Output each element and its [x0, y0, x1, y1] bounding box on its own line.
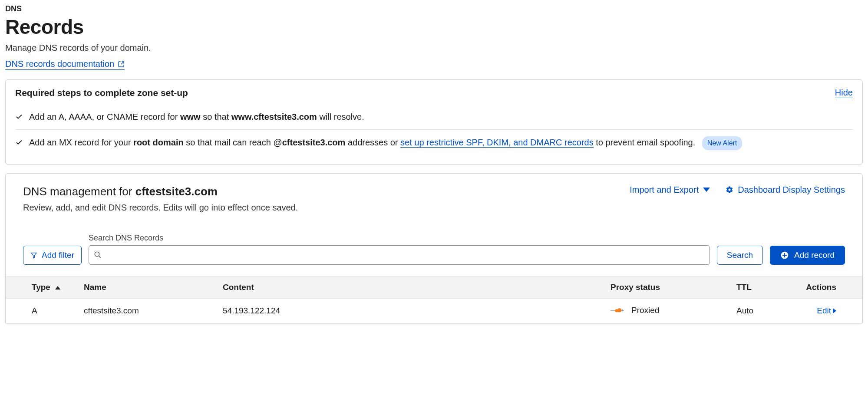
search-input[interactable]	[89, 245, 710, 265]
setup-step-www: Add an A, AAAA, or CNAME record for www …	[15, 104, 853, 129]
table-row: A cftestsite3.com 54.193.122.124 Proxied	[6, 298, 862, 323]
cloud-proxied-icon	[611, 306, 625, 314]
cell-content: 54.193.122.124	[218, 298, 606, 323]
col-actions: Actions	[793, 276, 862, 298]
cell-name: cftestsite3.com	[79, 298, 218, 323]
new-alert-badge: New Alert	[702, 136, 742, 150]
col-type[interactable]: Type	[6, 276, 79, 298]
svg-marker-0	[31, 253, 36, 258]
search-label: Search DNS Records	[89, 234, 710, 243]
cell-type: A	[6, 298, 79, 323]
dns-management-panel: DNS management for cftestsite3.com Revie…	[5, 173, 863, 324]
breadcrumb: DNS	[5, 4, 863, 13]
search-button[interactable]: Search	[717, 246, 763, 265]
col-name[interactable]: Name	[79, 276, 218, 298]
svg-line-2	[99, 256, 101, 258]
filter-icon	[30, 252, 37, 259]
caret-right-icon	[833, 308, 836, 313]
dns-docs-link-label: DNS records documentation	[5, 59, 114, 69]
sort-asc-icon	[55, 286, 60, 290]
edit-record-button[interactable]: Edit	[817, 306, 836, 316]
add-record-button[interactable]: Add record	[770, 246, 845, 265]
dns-management-subtitle: Review, add, and edit DNS records. Edits…	[23, 203, 298, 213]
page-title: Records	[5, 15, 863, 39]
cell-ttl: Auto	[732, 298, 793, 323]
caret-down-icon	[703, 188, 710, 192]
check-icon	[15, 138, 23, 146]
col-content[interactable]: Content	[218, 276, 606, 298]
dns-docs-link[interactable]: DNS records documentation	[5, 59, 125, 70]
cell-proxy: Proxied	[606, 298, 732, 323]
check-icon	[15, 113, 23, 121]
setup-steps-title: Required steps to complete zone set-up	[15, 88, 188, 98]
svg-point-1	[95, 252, 99, 257]
import-export-dropdown[interactable]: Import and Export	[630, 185, 710, 195]
add-filter-button[interactable]: Add filter	[23, 246, 82, 265]
gear-icon	[726, 186, 733, 194]
page-subtitle: Manage DNS records of your domain.	[5, 43, 863, 53]
external-link-icon	[118, 61, 125, 68]
col-proxy[interactable]: Proxy status	[606, 276, 732, 298]
dns-management-title: DNS management for cftestsite3.com	[23, 185, 298, 198]
dns-records-table: Type Name Content Proxy status TTL Actio…	[6, 276, 862, 324]
hide-setup-steps-link[interactable]: Hide	[835, 88, 853, 98]
setup-steps-panel: Required steps to complete zone set-up H…	[5, 79, 863, 165]
dashboard-display-settings-link[interactable]: Dashboard Display Settings	[726, 185, 845, 195]
setup-step-mx: Add an MX record for your root domain so…	[15, 129, 853, 156]
col-ttl[interactable]: TTL	[732, 276, 793, 298]
plus-circle-icon	[780, 251, 789, 260]
spf-dkim-dmarc-link[interactable]: set up restrictive SPF, DKIM, and DMARC …	[400, 138, 594, 148]
search-icon	[94, 251, 102, 259]
